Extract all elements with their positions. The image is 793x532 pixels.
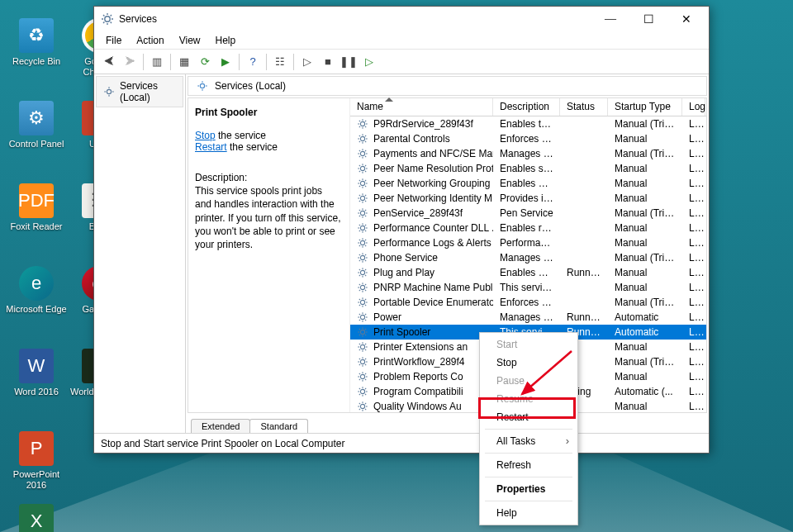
tree-node-label: Services (Local) bbox=[120, 80, 176, 103]
service-row[interactable]: Portable Device Enumerator...Enforces gr… bbox=[350, 295, 706, 310]
svg-line-6 bbox=[111, 22, 112, 23]
service-name: Phone Service bbox=[373, 252, 438, 264]
col-status[interactable]: Status bbox=[560, 98, 608, 116]
forward-button[interactable]: ⮞ bbox=[120, 52, 140, 72]
service-row[interactable]: Parental ControlsEnforces pa...ManualLoc bbox=[350, 131, 706, 146]
service-description: Enables serv... bbox=[493, 163, 560, 174]
service-logon: Loc bbox=[682, 133, 705, 145]
service-logon: Loc bbox=[682, 401, 705, 412]
restart-service-button[interactable]: ▷ bbox=[359, 52, 379, 72]
tree-node-services-local[interactable]: Services (Local) bbox=[96, 76, 183, 107]
service-description: Manages pa... bbox=[493, 148, 560, 159]
svg-line-45 bbox=[365, 150, 366, 151]
svg-line-99 bbox=[365, 240, 366, 240]
stop-service-button[interactable]: ■ bbox=[318, 52, 338, 72]
col-startup[interactable]: Startup Type bbox=[608, 98, 682, 116]
tab-standard[interactable]: Standard bbox=[249, 419, 308, 433]
desktop-icon-word[interactable]: WWord 2016 bbox=[5, 349, 68, 397]
svg-line-87 bbox=[359, 225, 360, 226]
col-name[interactable]: Name bbox=[350, 98, 493, 116]
properties-button[interactable]: ☷ bbox=[270, 52, 290, 72]
selected-service-name: Print Spooler bbox=[195, 107, 341, 118]
svg-line-60 bbox=[359, 180, 360, 181]
restart-link[interactable]: Restart bbox=[195, 141, 227, 153]
service-name: Printer Extensions an bbox=[373, 341, 468, 353]
export-list-button[interactable]: ▶ bbox=[216, 52, 235, 72]
start-service-button[interactable]: ▷ bbox=[297, 52, 317, 72]
col-logon[interactable]: Log bbox=[682, 98, 705, 116]
desktop-icon-foxit[interactable]: PDFFoxit Reader bbox=[5, 183, 68, 232]
gear-icon bbox=[357, 222, 368, 234]
maximize-button[interactable]: ☐ bbox=[629, 7, 667, 31]
ctx-restart[interactable]: Restart bbox=[482, 408, 576, 426]
desktop-icon-edge[interactable]: eMicrosoft Edge bbox=[5, 266, 68, 315]
service-row[interactable]: PenService_289f43fPen ServiceManual (Tri… bbox=[350, 206, 706, 221]
show-hide-tree-button[interactable]: ▥ bbox=[147, 52, 167, 72]
service-description: Enforces pa... bbox=[493, 133, 560, 145]
recycle-icon: ♻ bbox=[19, 18, 54, 53]
ctx-refresh[interactable]: Refresh bbox=[482, 456, 576, 474]
svg-line-126 bbox=[365, 284, 366, 285]
desktop-icon-recycle[interactable]: ♻Recycle Bin bbox=[5, 18, 68, 67]
service-row[interactable]: Performance Logs & AlertsPerformanc...Ma… bbox=[350, 235, 706, 250]
service-logon: Loc bbox=[682, 386, 705, 397]
titlebar[interactable]: Services — ☐ ✕ bbox=[94, 7, 709, 31]
service-row[interactable]: Plug and PlayEnables a c...RunningManual… bbox=[350, 265, 706, 280]
refresh-button[interactable]: ⟳ bbox=[195, 52, 215, 72]
service-row[interactable]: Peer Networking Identity M...Provides id… bbox=[350, 191, 706, 206]
ctx-properties[interactable]: Properties bbox=[482, 480, 576, 498]
gear-icon bbox=[357, 401, 368, 412]
service-startup: Manual bbox=[608, 341, 682, 353]
pause-service-button[interactable]: ❚❚ bbox=[339, 52, 359, 72]
service-logon: Loc bbox=[682, 297, 705, 308]
menu-view[interactable]: View bbox=[173, 33, 207, 48]
svg-line-25 bbox=[365, 126, 366, 127]
help-button[interactable]: ? bbox=[243, 52, 263, 72]
close-button[interactable]: ✕ bbox=[667, 7, 705, 31]
service-row[interactable]: Phone ServiceManages th...Manual (Trig..… bbox=[350, 250, 706, 265]
ctx-start: Start bbox=[482, 335, 576, 354]
minimize-button[interactable]: — bbox=[591, 7, 629, 31]
menu-file[interactable]: File bbox=[99, 33, 128, 48]
menu-help[interactable]: Help bbox=[209, 33, 243, 48]
detail-tabs: Extended Standard bbox=[186, 415, 709, 433]
desktop-icon-excel[interactable]: XExcel bbox=[5, 504, 68, 532]
ctx-pause: Pause bbox=[482, 372, 576, 390]
service-row[interactable]: Peer Networking GroupingEnables mul...Ma… bbox=[350, 176, 706, 191]
svg-line-72 bbox=[365, 195, 366, 196]
service-row[interactable]: PNRP Machine Name Publi...This service .… bbox=[350, 280, 706, 295]
stop-link[interactable]: Stop bbox=[195, 130, 216, 141]
service-row[interactable]: PowerManages p...RunningAutomaticLoc bbox=[350, 310, 706, 325]
back-button[interactable]: ⮜ bbox=[99, 52, 119, 72]
svg-line-88 bbox=[365, 230, 366, 231]
ctx-resume: Resume bbox=[482, 390, 576, 408]
svg-line-186 bbox=[359, 388, 360, 389]
service-row[interactable]: Performance Counter DLL ...Enables rem..… bbox=[350, 221, 706, 235]
ctx-stop[interactable]: Stop bbox=[482, 354, 576, 372]
right-panel-header: Services (Local) bbox=[188, 76, 707, 96]
service-row[interactable]: Peer Name Resolution Prot...Enables serv… bbox=[350, 161, 706, 176]
gear-icon bbox=[357, 282, 368, 293]
service-row[interactable]: Payments and NFC/SE Man...Manages pa...M… bbox=[350, 146, 706, 161]
svg-line-106 bbox=[365, 260, 366, 261]
menu-action[interactable]: Action bbox=[130, 33, 170, 48]
gear-icon bbox=[357, 341, 368, 353]
svg-point-91 bbox=[360, 240, 364, 245]
svg-line-61 bbox=[365, 186, 366, 187]
service-logon: Loc bbox=[682, 148, 705, 159]
service-logon: Loc bbox=[682, 192, 705, 204]
svg-point-9 bbox=[107, 89, 111, 93]
service-startup: Manual bbox=[608, 401, 682, 412]
service-startup: Manual bbox=[608, 222, 682, 234]
ctx-all-tasks[interactable]: All Tasks bbox=[482, 432, 576, 450]
gear-icon bbox=[357, 237, 368, 249]
svg-line-43 bbox=[365, 156, 366, 157]
col-description[interactable]: Description bbox=[493, 98, 560, 116]
service-row[interactable]: P9RdrService_289f43fEnables trig...Manua… bbox=[350, 116, 706, 131]
desktop-icon-pp[interactable]: PPowerPoint 2016 bbox=[5, 431, 68, 491]
ctx-help[interactable]: Help bbox=[482, 504, 576, 522]
svg-line-89 bbox=[359, 230, 360, 231]
tab-extended[interactable]: Extended bbox=[191, 419, 250, 433]
export-button[interactable]: ▦ bbox=[174, 52, 194, 72]
desktop-icon-cp[interactable]: ⚙Control Panel bbox=[5, 101, 68, 150]
